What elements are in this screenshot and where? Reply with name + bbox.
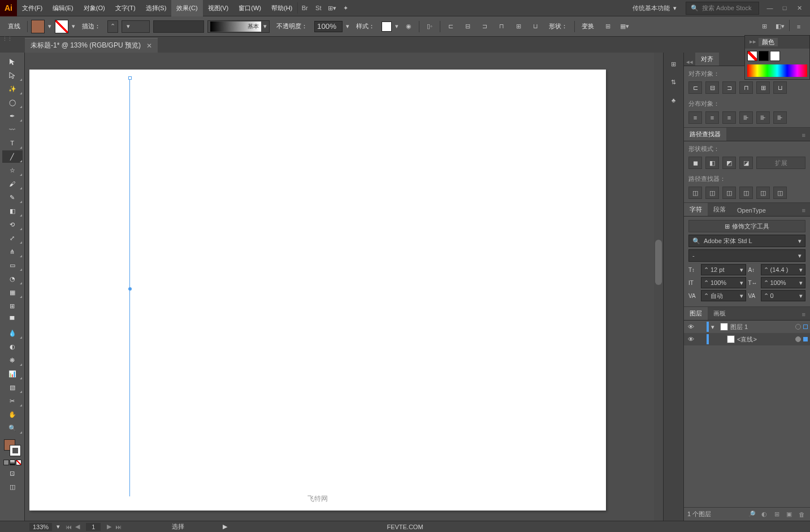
align-left-icon[interactable]: ⊏ — [688, 81, 702, 94]
make-clip-icon[interactable]: ◐ — [759, 509, 769, 520]
scrollbar-vertical[interactable] — [654, 53, 663, 521]
minus-back-icon[interactable]: ◫ — [773, 187, 787, 199]
font-style-dropdown[interactable]: -▾ — [688, 249, 805, 262]
align-hcenter-icon[interactable]: ⊟ — [705, 81, 719, 94]
align-right-icon[interactable]: ⊐ — [722, 81, 736, 94]
next-artboard-icon[interactable]: ▶ — [105, 523, 113, 531]
magic-wand-tool[interactable]: ✨ — [2, 83, 23, 95]
new-layer-icon[interactable]: ▣ — [784, 509, 794, 520]
curvature-tool[interactable]: 〰 — [2, 123, 23, 136]
align-to-icon[interactable]: ◧▾ — [773, 20, 787, 33]
isolate-icon[interactable]: ▦▾ — [618, 20, 631, 33]
expand-button[interactable]: 扩展 — [756, 157, 805, 169]
selection-handle-top[interactable] — [128, 76, 132, 80]
valign-middle-icon[interactable]: ⊞ — [512, 20, 525, 33]
scale-tool[interactable]: ⤢ — [2, 232, 23, 244]
zoom-tool[interactable]: 🔍 — [2, 422, 23, 434]
menu-file[interactable]: 文件(F) — [17, 0, 47, 16]
graph-tool[interactable]: 📊 — [2, 367, 23, 380]
chevron-down-icon[interactable]: ▾ — [48, 23, 51, 30]
line-tool[interactable]: ╱ — [2, 150, 23, 163]
menu-edit[interactable]: 编辑(E) — [47, 0, 79, 16]
selected-line-object[interactable] — [129, 78, 130, 496]
profile-dropdown[interactable]: 基本▾ — [207, 20, 270, 33]
none-swatch[interactable] — [747, 51, 757, 61]
align-vcenter-icon[interactable]: ⊞ — [756, 81, 770, 94]
minimize-button[interactable]: — — [764, 3, 776, 13]
white-swatch[interactable] — [770, 51, 780, 61]
crop-icon[interactable]: ◫ — [739, 187, 753, 199]
layer-row[interactable]: 👁 <直线> — [684, 333, 810, 345]
character-tab[interactable]: 字符 — [684, 203, 708, 216]
layer-name[interactable]: 图层 1 — [730, 323, 748, 331]
menu-type[interactable]: 文字(T) — [110, 0, 141, 16]
menu-object[interactable]: 对象(O) — [79, 0, 110, 16]
trim-icon[interactable]: ◫ — [705, 187, 719, 199]
rotate-tool[interactable]: ⟲ — [2, 218, 23, 231]
target-icon[interactable] — [795, 336, 801, 342]
layers-tab[interactable]: 图层 — [684, 307, 708, 320]
arrange-docs-icon[interactable]: ⊞▾ — [325, 1, 339, 15]
align-top-icon[interactable]: ⊓ — [739, 81, 753, 94]
hand-tool[interactable]: ✋ — [2, 408, 23, 421]
dist-vcenter-icon[interactable]: ≡ — [705, 111, 719, 124]
dist-bottom-icon[interactable]: ≡ — [722, 111, 736, 124]
unite-icon[interactable]: ◼ — [688, 157, 702, 169]
change-screen-mode[interactable]: ◫ — [2, 481, 23, 493]
canvas[interactable]: 飞特网 — [25, 53, 663, 521]
recolor-icon[interactable]: ◉ — [402, 20, 415, 33]
divide-icon[interactable]: ◫ — [688, 187, 702, 199]
stroke-color[interactable] — [10, 445, 21, 456]
transform-label[interactable]: 变换 — [578, 22, 597, 31]
stroke-width-dropdown[interactable]: ▾ — [122, 20, 150, 33]
slice-tool[interactable]: ✂ — [2, 395, 23, 407]
align-bottom-icon[interactable]: ⊔ — [773, 81, 787, 94]
blend-tool[interactable]: ◐ — [2, 340, 23, 353]
last-artboard-icon[interactable]: ⏭ — [114, 523, 122, 531]
style-swatch[interactable] — [382, 21, 392, 32]
menu-select[interactable]: 选择(S) — [141, 0, 172, 16]
screen-mode[interactable]: ⊡ — [2, 467, 23, 479]
eyedropper-tool[interactable]: 💧 — [2, 327, 23, 339]
expand-icon[interactable]: ▸▸ — [750, 38, 756, 46]
opacity-input[interactable] — [314, 21, 343, 32]
selection-anchor-mid[interactable] — [128, 287, 132, 291]
outline-icon[interactable]: ◫ — [756, 187, 770, 199]
chevron-down-icon[interactable]: ▾ — [57, 523, 60, 530]
delete-layer-icon[interactable]: 🗑 — [796, 509, 807, 520]
panel-menu-icon[interactable]: ≡ — [798, 309, 810, 320]
menu-view[interactable]: 视图(V) — [203, 0, 234, 16]
touch-type-button[interactable]: ⊞修饰文字工具 — [688, 220, 805, 232]
tracking-input[interactable]: ⌃0▾ — [761, 290, 806, 301]
mesh-tool[interactable]: ⊞ — [2, 300, 23, 312]
symbol-sprayer-tool[interactable]: ❋ — [2, 354, 23, 366]
opentype-tab[interactable]: OpenType — [731, 205, 772, 216]
scroll-thumb[interactable] — [655, 240, 662, 285]
dist-right-icon[interactable]: ⊪ — [773, 111, 787, 124]
valign-top-icon[interactable]: ⊓ — [495, 20, 508, 33]
zoom-level[interactable]: 133% — [29, 523, 52, 531]
bridge-icon[interactable]: Br — [298, 1, 311, 15]
target-icon[interactable] — [795, 324, 801, 330]
visibility-icon[interactable]: 👁 — [686, 336, 695, 343]
kerning-input[interactable]: ⌃自动▾ — [701, 290, 746, 301]
visibility-icon[interactable]: 👁 — [686, 323, 695, 330]
sublayer-name[interactable]: <直线> — [737, 335, 757, 344]
paintbrush-tool[interactable]: 🖌 — [2, 178, 23, 190]
menu-effect[interactable]: 效果(C) — [171, 0, 202, 16]
status-arrow-icon[interactable]: ▶ — [223, 523, 227, 530]
direct-selection-tool[interactable] — [2, 69, 23, 81]
pencil-tool[interactable]: ✎ — [2, 191, 23, 204]
artboards-tab[interactable]: 画板 — [708, 307, 731, 320]
stock-icon[interactable]: St — [311, 1, 325, 15]
chevron-down-icon[interactable]: ▾ — [395, 23, 398, 30]
intersect-icon[interactable]: ◩ — [722, 157, 736, 169]
exclude-icon[interactable]: ◪ — [739, 157, 753, 169]
leading-input[interactable]: ⌃(14.4 )▾ — [761, 264, 806, 275]
none-mode[interactable] — [16, 460, 21, 465]
workspace-dropdown[interactable]: 传统基本功能▾ — [628, 2, 681, 15]
color-spectrum[interactable] — [747, 64, 807, 77]
menu-help[interactable]: 帮助(H) — [266, 0, 297, 16]
font-family-dropdown[interactable]: 🔍Adobe 宋体 Std L▾ — [688, 235, 805, 247]
hscale-input[interactable]: ⌃100%▾ — [761, 277, 806, 288]
